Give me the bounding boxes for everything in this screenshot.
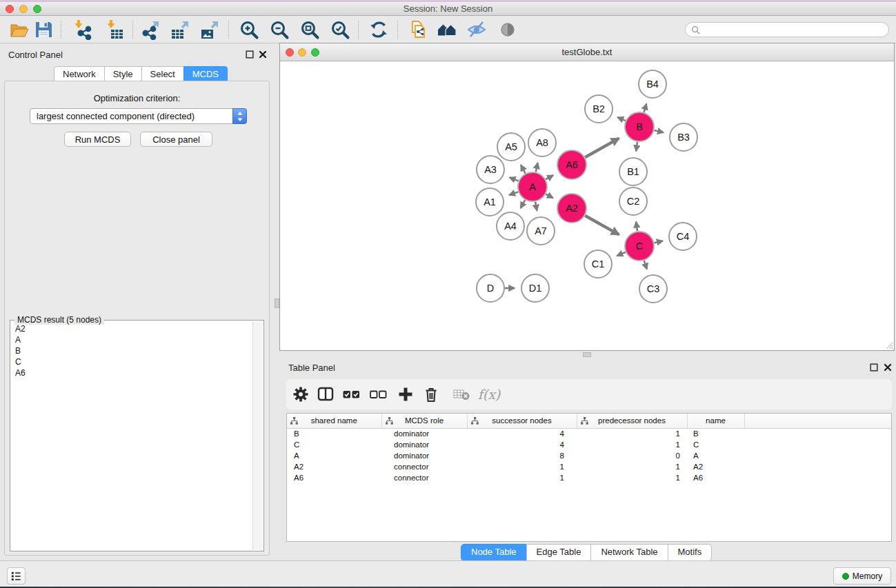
- tab-node-table[interactable]: Node Table: [461, 544, 527, 561]
- duplicate-network-button[interactable]: [407, 19, 429, 41]
- vertical-splitter-handle[interactable]: [275, 298, 279, 308]
- graph-edge[interactable]: [509, 192, 518, 195]
- export-network-button[interactable]: [139, 19, 161, 41]
- column-header-name[interactable]: name: [687, 414, 744, 428]
- task-history-button[interactable]: [7, 567, 26, 585]
- result-item[interactable]: A2: [11, 323, 252, 334]
- graph-edge[interactable]: [510, 177, 519, 181]
- table-cell[interactable]: A2: [687, 461, 744, 472]
- table-cell[interactable]: A: [687, 450, 744, 461]
- function-builder-button[interactable]: f(x): [474, 385, 504, 404]
- save-session-button[interactable]: [32, 19, 54, 41]
- resize-grip-icon[interactable]: [884, 341, 893, 349]
- graph-edge[interactable]: [546, 175, 553, 179]
- table-cell[interactable]: dominator: [381, 428, 467, 439]
- table-row[interactable]: Bdominator41B: [287, 428, 892, 439]
- table-cell[interactable]: 1: [577, 439, 687, 450]
- table-cell[interactable]: 1: [467, 461, 577, 472]
- table-row[interactable]: Adominator80A: [287, 450, 892, 461]
- show-columns-button[interactable]: [316, 385, 335, 404]
- graph-edge[interactable]: [617, 117, 625, 121]
- export-image-button[interactable]: [199, 19, 221, 41]
- network-minimize-button[interactable]: [298, 48, 306, 57]
- column-header-shared-name[interactable]: shared name: [287, 414, 381, 428]
- column-header-successor-nodes[interactable]: successor nodes: [467, 414, 577, 428]
- result-item[interactable]: A: [11, 334, 252, 345]
- graph-edge[interactable]: [617, 252, 626, 256]
- table-cell[interactable]: 1: [467, 472, 577, 483]
- graph-edge[interactable]: [654, 130, 663, 132]
- table-settings-button[interactable]: [291, 385, 310, 404]
- table-cell[interactable]: connector: [381, 461, 467, 472]
- table-cell[interactable]: 1: [577, 461, 687, 472]
- memory-button[interactable]: Memory: [833, 567, 891, 585]
- network-canvas[interactable]: B4B2BB3A8A5A6A3B1AA1C2A2A4A7C4CC1C3DD1: [280, 61, 894, 350]
- graphics-details-button[interactable]: [497, 19, 519, 41]
- zoom-selected-button[interactable]: [329, 19, 351, 41]
- table-cell[interactable]: C: [287, 439, 381, 450]
- table-cell[interactable]: dominator: [381, 450, 467, 461]
- graph-edge[interactable]: [535, 202, 537, 211]
- graph-edge[interactable]: [546, 194, 552, 199]
- graph-edge[interactable]: [636, 222, 637, 231]
- graph-edge[interactable]: [521, 200, 526, 208]
- table-cell[interactable]: dominator: [381, 439, 467, 450]
- delete-column-button[interactable]: [421, 385, 441, 404]
- export-table-button[interactable]: [169, 19, 191, 41]
- first-neighbors-button[interactable]: [436, 19, 458, 41]
- result-item[interactable]: C: [11, 356, 252, 367]
- import-table-button[interactable]: [103, 19, 126, 41]
- zoom-in-button[interactable]: [238, 19, 260, 41]
- criterion-select[interactable]: largest connected component (directed): [30, 108, 247, 124]
- close-table-panel-button[interactable]: [883, 363, 892, 372]
- clear-selection-button[interactable]: [368, 385, 388, 404]
- graph-edge[interactable]: [644, 261, 647, 270]
- table-cell[interactable]: B: [287, 428, 381, 439]
- table-cell[interactable]: connector: [381, 472, 467, 483]
- tab-motifs[interactable]: Motifs: [668, 544, 713, 561]
- table-cell[interactable]: 4: [467, 428, 577, 439]
- zoom-fit-button[interactable]: [299, 19, 321, 41]
- select-all-button[interactable]: [341, 385, 361, 404]
- table-cell[interactable]: 1: [577, 428, 687, 439]
- table-cell[interactable]: 0: [577, 450, 687, 461]
- table-row[interactable]: A6connector11A6: [287, 472, 892, 483]
- add-column-button[interactable]: [396, 385, 415, 404]
- table-cell[interactable]: C: [687, 439, 744, 450]
- result-item[interactable]: A6: [11, 367, 252, 378]
- table-cell[interactable]: 8: [467, 450, 577, 461]
- search-input[interactable]: [704, 25, 883, 34]
- column-header-predecessor-nodes[interactable]: predecessor nodes: [577, 414, 687, 428]
- graph-edge[interactable]: [585, 139, 619, 158]
- table-row[interactable]: Cdominator41C: [287, 439, 892, 450]
- combo-stepper[interactable]: [232, 108, 247, 124]
- result-item[interactable]: B: [11, 345, 252, 356]
- graph-edge[interactable]: [585, 216, 619, 235]
- float-panel-button[interactable]: [245, 50, 254, 59]
- table-cell[interactable]: 4: [467, 439, 577, 450]
- close-window-button[interactable]: [6, 5, 14, 13]
- apply-layout-button[interactable]: [368, 19, 390, 41]
- minimize-window-button[interactable]: [19, 5, 28, 13]
- result-list-scrollbar[interactable]: [252, 321, 263, 550]
- import-network-button[interactable]: [71, 19, 93, 41]
- table-cell[interactable]: B: [687, 428, 744, 439]
- network-close-button[interactable]: [286, 48, 294, 57]
- zoom-out-button[interactable]: [268, 19, 290, 41]
- destroy-table-button[interactable]: [452, 385, 471, 404]
- close-panel-action-button[interactable]: Close panel: [140, 132, 212, 147]
- table-cell[interactable]: A2: [287, 461, 381, 472]
- graph-edge[interactable]: [521, 165, 525, 173]
- close-panel-button[interactable]: [258, 50, 267, 59]
- tab-network-table[interactable]: Network Table: [590, 544, 668, 561]
- float-table-panel-button[interactable]: [869, 363, 878, 372]
- column-header-MCDS-role[interactable]: MCDS role: [381, 414, 467, 428]
- table-cell[interactable]: A: [287, 450, 381, 461]
- table-cell[interactable]: 1: [577, 472, 687, 483]
- network-maximize-button[interactable]: [311, 48, 319, 57]
- table-cell[interactable]: A6: [687, 472, 744, 483]
- graph-edge[interactable]: [654, 241, 662, 243]
- table-cell[interactable]: A6: [287, 472, 381, 483]
- run-mcds-button[interactable]: Run MCDS: [64, 132, 131, 147]
- tab-edge-table[interactable]: Edge Table: [526, 544, 592, 561]
